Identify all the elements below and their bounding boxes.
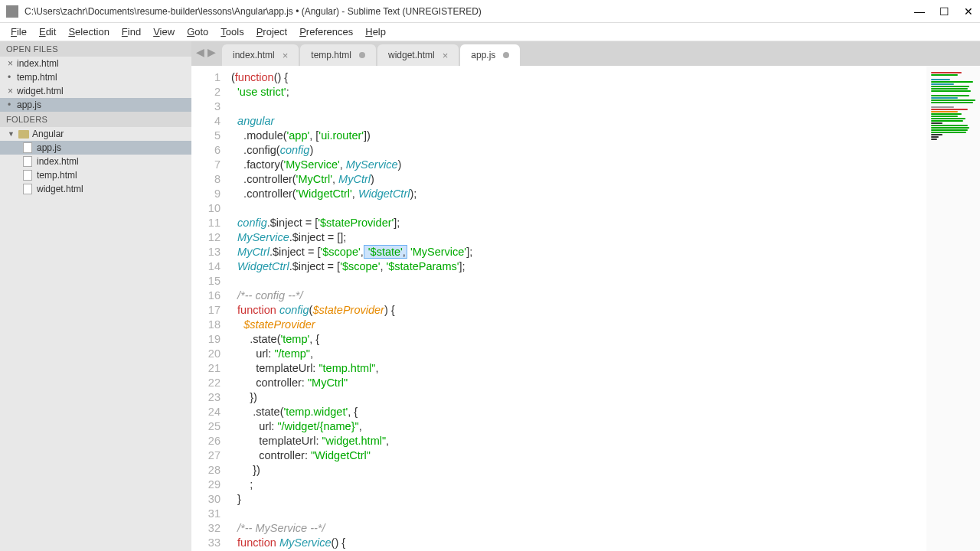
code-editor[interactable]: 1234567891011121314151617181920212223242…: [191, 66, 980, 551]
tree-file-item[interactable]: widget.html: [0, 182, 191, 196]
menu-view[interactable]: View: [147, 24, 181, 39]
tab-label: widget.html: [388, 50, 435, 60]
close-icon[interactable]: ×: [8, 86, 15, 96]
app-icon: [6, 5, 18, 18]
dirty-icon[interactable]: [503, 52, 509, 58]
tab-label: app.js: [471, 50, 495, 60]
tab-bar: ◀ ▶ index.html×temp.htmlwidget.html×app.…: [191, 41, 980, 66]
close-icon[interactable]: ×: [283, 50, 289, 61]
dirty-icon[interactable]: [359, 52, 365, 58]
tree-file-item[interactable]: temp.html: [0, 168, 191, 182]
folders-header: FOLDERS: [0, 112, 191, 127]
folder-icon: [18, 130, 29, 139]
maximize-button[interactable]: ☐: [939, 6, 949, 17]
open-file-item[interactable]: •app.js: [0, 98, 191, 112]
window-title: C:\Users\zachr\Documents\resume-builder\…: [24, 6, 914, 17]
close-icon[interactable]: ×: [8, 58, 15, 69]
open-file-item[interactable]: ×index.html: [0, 57, 191, 70]
file-name: temp.html: [17, 72, 57, 83]
nav-forward-icon[interactable]: ▶: [207, 46, 216, 58]
folder-name: Angular: [32, 129, 64, 139]
sidebar: OPEN FILES ×index.html•temp.html×widget.…: [0, 41, 191, 551]
menu-selection[interactable]: Selection: [62, 24, 115, 39]
menu-edit[interactable]: Edit: [33, 24, 62, 39]
file-name: widget.html: [17, 86, 64, 96]
tree-file-item[interactable]: index.html: [0, 155, 191, 168]
tab[interactable]: widget.html×: [377, 44, 459, 66]
open-files-header: OPEN FILES: [0, 41, 191, 57]
close-icon[interactable]: ×: [443, 50, 449, 61]
minimize-button[interactable]: —: [914, 6, 925, 17]
file-name: app.js: [17, 99, 41, 110]
dirty-icon[interactable]: •: [8, 72, 15, 83]
menu-file[interactable]: File: [5, 24, 33, 39]
file-icon: [23, 142, 32, 153]
tab-label: index.html: [233, 50, 275, 60]
file-name: app.js: [37, 142, 61, 153]
file-icon: [23, 184, 32, 194]
file-icon: [23, 170, 32, 181]
minimap[interactable]: [926, 66, 980, 551]
tab[interactable]: temp.html: [300, 44, 376, 66]
menu-tools[interactable]: Tools: [214, 24, 250, 39]
tab[interactable]: app.js: [460, 44, 520, 66]
file-name: index.html: [17, 58, 59, 69]
open-file-item[interactable]: ×widget.html: [0, 84, 191, 98]
menu-preferences[interactable]: Preferences: [293, 24, 359, 39]
menu-find[interactable]: Find: [116, 24, 147, 39]
folder-root[interactable]: ▼ Angular: [0, 127, 191, 141]
menu-bar: FileEditSelectionFindViewGotoToolsProjec…: [0, 23, 980, 41]
file-icon: [23, 156, 32, 167]
file-name: index.html: [37, 156, 79, 167]
menu-help[interactable]: Help: [359, 24, 392, 39]
open-file-item[interactable]: •temp.html: [0, 70, 191, 84]
title-bar: C:\Users\zachr\Documents\resume-builder\…: [0, 0, 980, 23]
line-gutter: 1234567891011121314151617181920212223242…: [191, 66, 228, 551]
nav-back-icon[interactable]: ◀: [196, 46, 204, 58]
tab[interactable]: index.html×: [222, 44, 299, 66]
file-name: widget.html: [37, 184, 83, 194]
menu-goto[interactable]: Goto: [181, 24, 214, 39]
menu-project[interactable]: Project: [250, 24, 293, 39]
close-button[interactable]: ✕: [963, 6, 974, 17]
editor-area: ◀ ▶ index.html×temp.htmlwidget.html×app.…: [191, 41, 980, 551]
file-name: temp.html: [37, 170, 77, 181]
code-content[interactable]: (function() { 'use strict'; angular .mod…: [228, 66, 926, 551]
tab-label: temp.html: [311, 50, 351, 60]
chevron-down-icon: ▼: [8, 130, 15, 138]
tree-file-item[interactable]: app.js: [0, 141, 191, 155]
dirty-icon[interactable]: •: [8, 99, 15, 110]
